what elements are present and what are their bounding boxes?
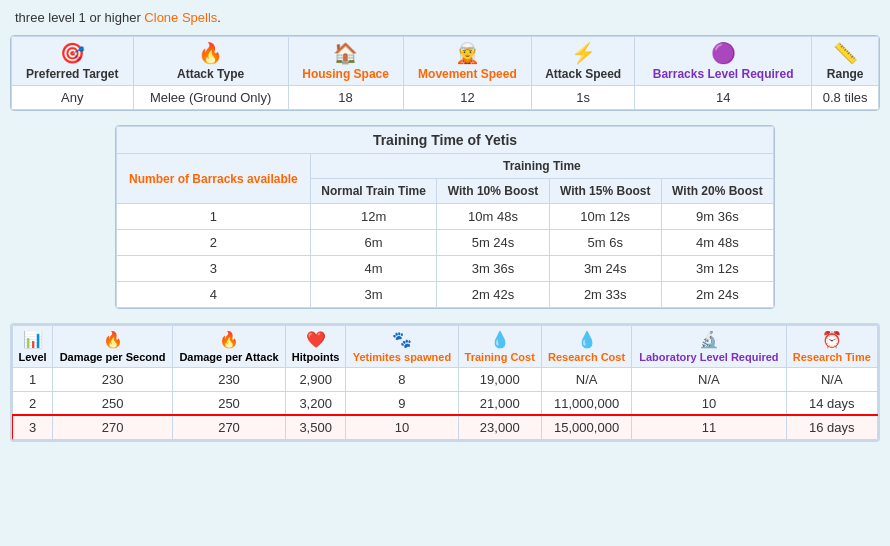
th-research-time: ⏰ Research Time: [786, 326, 877, 368]
th-attack-speed: ⚡ Attack Speed: [532, 37, 635, 86]
td-housing-space: 18: [288, 86, 403, 110]
training-row: 112m10m 48s10m 12s9m 36s: [117, 204, 774, 230]
td-preferred-target: Any: [12, 86, 134, 110]
ruler-icon: 📏: [833, 41, 858, 65]
level-row: 22502503,200921,00011,000,0001014 days: [13, 392, 878, 416]
th-movement-speed: 🧝 Movement Speed: [403, 37, 532, 86]
training-row: 34m3m 36s3m 24s3m 12s: [117, 256, 774, 282]
th-attack-type: 🔥 Attack Type: [133, 37, 288, 86]
th-training-time-group: Training Time: [310, 154, 773, 179]
barracks-icon: 🟣: [711, 41, 736, 65]
intro-text: three level 1 or higher Clone Spells.: [10, 10, 880, 25]
th-hp: ❤️ Hitpoints: [286, 326, 346, 368]
fire-icon: 🔥: [198, 41, 223, 65]
training-table-wrapper: Training Time of Yetis Number of Barrack…: [115, 125, 775, 309]
research-cost-icon: 💧: [577, 330, 597, 349]
th-dpa: 🔥 Damage per Attack: [172, 326, 285, 368]
target-icon: 🎯: [60, 41, 85, 65]
clone-spells-link[interactable]: Clone Spells: [144, 10, 217, 25]
level-row: 32702703,5001023,00015,000,0001116 days: [13, 416, 878, 440]
heart-icon: ❤️: [306, 330, 326, 349]
th-boost10: With 10% Boost: [437, 179, 549, 204]
runner-icon: 🧝: [455, 41, 480, 65]
lightning-icon: ⚡: [571, 41, 596, 65]
td-attack-type: Melee (Ground Only): [133, 86, 288, 110]
paw-icon: 🐾: [392, 330, 412, 349]
td-barracks-level: 14: [635, 86, 812, 110]
level-table-wrapper: 📊 Level 🔥 Damage per Second 🔥 Damage per…: [10, 323, 880, 442]
th-lab-level: 🔬 Laboratory Level Required: [632, 326, 786, 368]
td-range: 0.8 tiles: [812, 86, 879, 110]
th-barracks-level: 🟣 Barracks Level Required: [635, 37, 812, 86]
bar-chart-icon: 📊: [23, 330, 43, 349]
th-training-cost: 💧 Training Cost: [458, 326, 541, 368]
training-title: Training Time of Yetis: [117, 127, 774, 154]
dps-fire-icon: 🔥: [103, 330, 123, 349]
td-movement-speed: 12: [403, 86, 532, 110]
td-attack-speed: 1s: [532, 86, 635, 110]
th-research-cost: 💧 Research Cost: [541, 326, 631, 368]
level-row: 12302302,900819,000N/AN/AN/A: [13, 368, 878, 392]
clock-icon: ⏰: [822, 330, 842, 349]
th-barracks-available: Number of Barracks available: [117, 154, 311, 204]
th-boost15: With 15% Boost: [549, 179, 661, 204]
th-boost20: With 20% Boost: [661, 179, 773, 204]
level-table: 📊 Level 🔥 Damage per Second 🔥 Damage per…: [12, 325, 878, 440]
training-table: Training Time of Yetis Number of Barrack…: [116, 126, 774, 308]
house-icon: 🏠: [333, 41, 358, 65]
lab-icon: 🔬: [699, 330, 719, 349]
stats-table: 🎯 Preferred Target 🔥 Attack Type 🏠 Housi…: [11, 36, 879, 110]
training-tbody: 112m10m 48s10m 12s9m 36s26m5m 24s5m 6s4m…: [117, 204, 774, 308]
stats-row: Any Melee (Ground Only) 18 12 1s 14 0.8 …: [12, 86, 879, 110]
th-level: 📊 Level: [13, 326, 53, 368]
training-row: 26m5m 24s5m 6s4m 48s: [117, 230, 774, 256]
training-cost-icon: 💧: [490, 330, 510, 349]
th-range: 📏 Range: [812, 37, 879, 86]
th-dps: 🔥 Damage per Second: [53, 326, 173, 368]
th-preferred-target: 🎯 Preferred Target: [12, 37, 134, 86]
th-housing-space: 🏠 Housing Space: [288, 37, 403, 86]
level-tbody: 12302302,900819,000N/AN/AN/A22502503,200…: [13, 368, 878, 440]
th-normal-train: Normal Train Time: [310, 179, 437, 204]
training-row: 43m2m 42s2m 33s2m 24s: [117, 282, 774, 308]
dpa-fire-icon: 🔥: [219, 330, 239, 349]
th-yetimites: 🐾 Yetimites spawned: [346, 326, 458, 368]
stats-table-wrapper: 🎯 Preferred Target 🔥 Attack Type 🏠 Housi…: [10, 35, 880, 111]
